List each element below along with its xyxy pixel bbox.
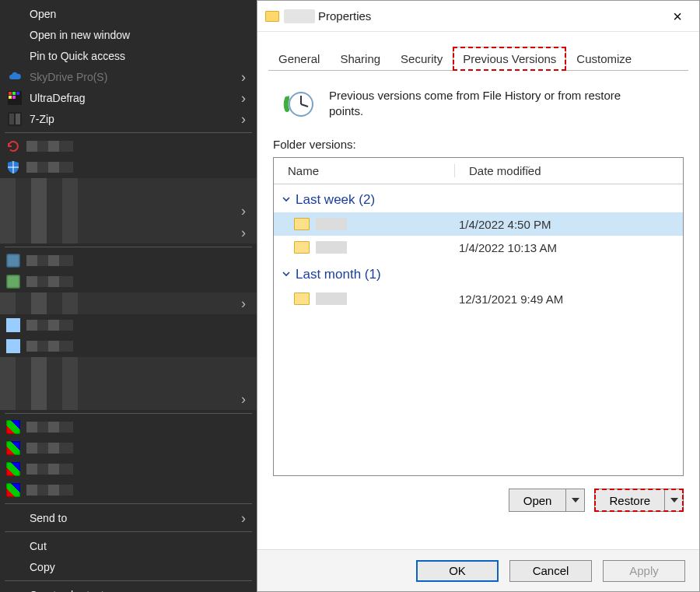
svg-rect-8 bbox=[16, 114, 20, 124]
app-icon bbox=[6, 254, 20, 268]
undo-icon bbox=[6, 139, 20, 153]
svg-rect-5 bbox=[12, 96, 16, 99]
separator bbox=[5, 503, 252, 504]
ctx-send-to-label: Send to bbox=[30, 512, 67, 524]
ctx-obscured[interactable] bbox=[0, 178, 257, 200]
group-header[interactable]: Last week (2) bbox=[274, 184, 683, 212]
version-date: 1/4/2022 10:13 AM bbox=[454, 241, 683, 254]
titlebar[interactable]: Properties × bbox=[257, 1, 699, 32]
group-header[interactable]: Last month (1) bbox=[274, 259, 683, 287]
ctx-copy[interactable]: Copy bbox=[0, 556, 257, 577]
restore-button-label: Restore bbox=[595, 489, 664, 511]
tab-general[interactable]: General bbox=[268, 47, 330, 71]
ctx-7zip-label: 7-Zip bbox=[30, 113, 54, 125]
ctx-obscured[interactable] bbox=[0, 357, 257, 388]
restore-clock-icon bbox=[282, 88, 315, 121]
ctx-obscured[interactable] bbox=[0, 417, 257, 437]
app-icon bbox=[6, 483, 20, 497]
ctx-obscured[interactable] bbox=[0, 271, 257, 292]
folder-name-obscured bbox=[316, 292, 347, 305]
separator bbox=[5, 531, 252, 532]
tab-security[interactable]: Security bbox=[390, 47, 453, 71]
ctx-obscured[interactable] bbox=[0, 388, 257, 410]
cloud-icon bbox=[8, 70, 22, 84]
close-button[interactable]: × bbox=[663, 4, 691, 29]
version-row[interactable]: 1/4/2022 4:50 PM bbox=[274, 212, 683, 236]
ctx-obscured[interactable] bbox=[0, 315, 257, 335]
app-icon bbox=[6, 462, 20, 476]
submenu-chevron-icon bbox=[241, 68, 246, 85]
versions-listbox[interactable]: Name ⌄ Date modified Last week (2) bbox=[273, 157, 684, 476]
restore-button-dropdown[interactable] bbox=[664, 489, 683, 511]
ctx-cut[interactable]: Cut bbox=[0, 535, 257, 556]
app-icon bbox=[6, 420, 20, 434]
version-date: 12/31/2021 9:49 AM bbox=[454, 292, 683, 306]
ctx-obscured[interactable] bbox=[0, 438, 257, 458]
app-icon bbox=[6, 339, 20, 353]
ctx-obscured[interactable] bbox=[0, 250, 257, 271]
caret-down-icon bbox=[670, 498, 678, 503]
app-icon bbox=[6, 318, 20, 332]
folder-name-obscured bbox=[316, 241, 347, 254]
ctx-skydrive[interactable]: SkyDrive Pro(S) bbox=[0, 66, 257, 87]
open-button-dropdown[interactable] bbox=[565, 489, 584, 511]
column-date[interactable]: ⌄ Date modified bbox=[454, 164, 683, 177]
open-button[interactable]: Open bbox=[509, 489, 586, 512]
column-name[interactable]: Name bbox=[274, 164, 454, 177]
submenu-chevron-icon bbox=[241, 89, 246, 106]
folder-versions-label: Folder versions: bbox=[273, 138, 684, 151]
svg-rect-7 bbox=[9, 114, 14, 124]
ctx-obscured[interactable] bbox=[0, 336, 257, 356]
list-header: Name ⌄ Date modified bbox=[274, 158, 683, 184]
separator bbox=[5, 132, 252, 133]
ctx-7zip[interactable]: 7-Zip bbox=[0, 108, 257, 129]
ctx-ultradefrag-label: UltraDefrag bbox=[30, 92, 86, 104]
info-row: Previous versions come from File History… bbox=[273, 83, 684, 138]
tab-body: Previous versions come from File History… bbox=[257, 71, 699, 549]
apply-button: Apply bbox=[603, 560, 685, 582]
ctx-send-to[interactable]: Send to bbox=[0, 507, 257, 528]
open-button-label: Open bbox=[509, 489, 566, 511]
ok-button[interactable]: OK bbox=[416, 560, 499, 582]
ctx-open-new-window[interactable]: Open in new window bbox=[0, 24, 257, 45]
tab-sharing[interactable]: Sharing bbox=[330, 47, 390, 71]
folder-icon bbox=[294, 218, 310, 230]
chevron-down-icon bbox=[282, 267, 291, 282]
version-row[interactable]: 1/4/2022 10:13 AM bbox=[274, 236, 683, 259]
version-row[interactable]: 12/31/2021 9:49 AM bbox=[274, 287, 683, 310]
restore-button[interactable]: Restore bbox=[594, 489, 684, 512]
shield-icon bbox=[6, 160, 20, 174]
chevron-down-icon bbox=[282, 192, 291, 208]
app-icon bbox=[6, 275, 20, 289]
ctx-obscured[interactable] bbox=[0, 157, 257, 177]
properties-dialog: Properties × General Sharing Security Pr… bbox=[257, 0, 700, 592]
submenu-chevron-icon bbox=[241, 110, 246, 127]
info-text: Previous versions come from File History… bbox=[329, 88, 656, 120]
tab-customize[interactable]: Customize bbox=[566, 47, 642, 71]
ctx-create-shortcut[interactable]: Create shortcut bbox=[0, 584, 257, 592]
folder-icon bbox=[294, 292, 310, 305]
cancel-button[interactable]: Cancel bbox=[509, 560, 592, 582]
ctx-obscured[interactable] bbox=[0, 480, 257, 500]
ctx-obscured[interactable] bbox=[0, 222, 257, 243]
svg-rect-4 bbox=[9, 96, 12, 99]
group-title: Last month (1) bbox=[296, 267, 381, 282]
ctx-obscured[interactable] bbox=[0, 459, 257, 479]
svg-rect-1 bbox=[9, 92, 12, 95]
tabs: General Sharing Security Previous Versio… bbox=[268, 46, 688, 71]
ctx-obscured[interactable] bbox=[0, 200, 257, 222]
tab-previous-versions[interactable]: Previous Versions bbox=[453, 47, 566, 71]
ok-button-label: OK bbox=[449, 564, 466, 577]
caret-down-icon bbox=[572, 498, 579, 503]
version-date: 1/4/2022 4:50 PM bbox=[454, 218, 683, 231]
ctx-obscured[interactable] bbox=[0, 136, 257, 156]
tab-label: Previous Versions bbox=[463, 52, 556, 65]
ctx-pin-quick-access[interactable]: Pin to Quick access bbox=[0, 45, 257, 66]
svg-rect-2 bbox=[12, 92, 16, 95]
ctx-obscured[interactable] bbox=[0, 292, 257, 314]
ctx-ultradefrag[interactable]: UltraDefrag bbox=[0, 87, 257, 108]
folder-icon bbox=[265, 11, 279, 22]
window-title: Properties bbox=[318, 9, 371, 23]
cancel-button-label: Cancel bbox=[533, 564, 569, 577]
ctx-open[interactable]: Open bbox=[0, 3, 257, 24]
